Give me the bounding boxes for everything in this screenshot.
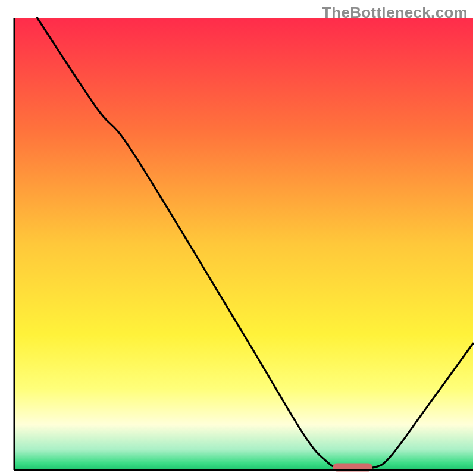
watermark: TheBottleneck.com <box>322 4 468 22</box>
plot-background <box>14 18 473 470</box>
bottleneck-chart <box>0 0 476 476</box>
